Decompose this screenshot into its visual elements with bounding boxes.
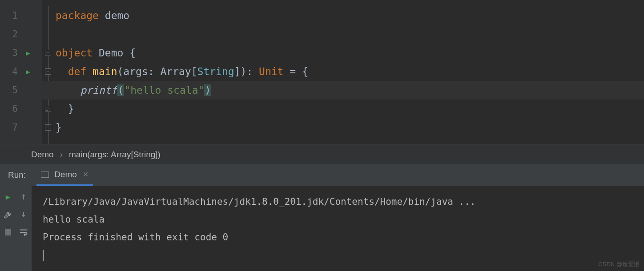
down-arrow-icon[interactable]: [19, 210, 28, 219]
indent: [56, 66, 68, 77]
console-line: Process finished with exit code 0: [43, 228, 633, 246]
watermark: CSDN @超爱慢: [598, 260, 640, 268]
fold-end-icon[interactable]: ⏌: [45, 124, 51, 131]
run-label: Run:: [8, 170, 26, 180]
rbracket: ]: [234, 66, 241, 77]
application-icon: [41, 171, 49, 178]
stop-icon[interactable]: [3, 227, 13, 237]
gutter: 1 2 3 ▶ 4 ▶ 5 6 7: [0, 0, 42, 144]
colon: :: [246, 66, 259, 77]
fold-end-icon[interactable]: ⏌: [45, 106, 51, 112]
code-line[interactable]: ⏌}: [42, 118, 644, 137]
code-line[interactable]: ⏌ }: [42, 100, 644, 118]
code-content[interactable]: package demo −object Demo { − def main(a…: [42, 0, 644, 144]
paren-highlight: ): [204, 84, 211, 96]
toolbar-col-left: ▶: [0, 186, 16, 271]
soft-wrap-icon[interactable]: [19, 227, 28, 237]
run-body: ▶ /Library/Java/JavaVirtualMachines/jd: [0, 186, 644, 271]
paren-highlight: (: [117, 84, 124, 96]
code-area: 1 2 3 ▶ 4 ▶ 5 6 7 pack: [0, 0, 644, 144]
fold-marker-icon[interactable]: −: [45, 50, 51, 56]
run-line-icon[interactable]: ▶: [26, 68, 30, 76]
run-toolbar: ▶: [0, 186, 32, 271]
identifier: demo: [99, 10, 129, 21]
run-tab-name: Demo: [54, 170, 77, 179]
type-array: Array: [160, 66, 191, 77]
breadcrumb: Demo › main(args: Array[String]): [0, 144, 644, 164]
console-line: hello scala: [43, 211, 633, 228]
wrench-icon[interactable]: [3, 210, 13, 219]
gutter-row[interactable]: 4 ▶: [0, 62, 42, 81]
run-panel: Run: Demo × ▶: [0, 164, 644, 271]
keyword-package: package: [56, 10, 99, 21]
breadcrumb-separator-icon: ›: [60, 150, 63, 159]
toolbar-col-right: [16, 186, 32, 271]
indent: [56, 103, 68, 115]
line-number: 7: [9, 122, 18, 133]
up-arrow-icon[interactable]: [19, 192, 28, 202]
line-number: 2: [9, 29, 18, 40]
gutter-row[interactable]: 7: [0, 118, 42, 137]
line-number: 1: [9, 10, 18, 21]
param: args:: [123, 66, 160, 77]
eq-brace: = {: [283, 66, 308, 77]
code-line[interactable]: −object Demo {: [42, 44, 644, 62]
breadcrumb-item[interactable]: main(args: Array[String]): [69, 150, 161, 159]
cursor-icon: [43, 250, 44, 261]
line-number: 5: [9, 85, 18, 96]
gutter-row[interactable]: 5: [0, 81, 42, 100]
string-literal: "hello scala": [124, 84, 204, 96]
console-output[interactable]: /Library/Java/JavaVirtualMachines/jdk1.8…: [32, 186, 644, 271]
code-line-active[interactable]: printf("hello scala"): [42, 81, 644, 100]
code-line[interactable]: package demo: [42, 6, 644, 25]
keyword-object: object: [56, 47, 93, 59]
run-tab[interactable]: Demo ×: [36, 164, 93, 186]
code-line[interactable]: [42, 25, 644, 44]
editor-area: 1 2 3 ▶ 4 ▶ 5 6 7 pack: [0, 0, 644, 164]
gutter-row[interactable]: 3 ▶: [0, 44, 42, 62]
function-call: printf: [80, 84, 117, 96]
method-name: main: [86, 66, 117, 77]
run-panel-header: Run: Demo ×: [0, 164, 644, 186]
line-number: 6: [9, 104, 18, 114]
line-number: 4: [9, 66, 18, 77]
line-number: 3: [9, 48, 18, 58]
indent: [56, 84, 80, 96]
lbracket: [: [191, 66, 197, 77]
gutter-row[interactable]: 6: [0, 100, 42, 118]
gutter-row[interactable]: 1: [0, 6, 42, 25]
gutter-row[interactable]: 2: [0, 25, 42, 44]
brace: }: [68, 103, 74, 115]
rerun-icon[interactable]: ▶: [3, 192, 13, 202]
run-line-icon[interactable]: ▶: [26, 49, 30, 57]
keyword-def: def: [68, 66, 87, 77]
breadcrumb-item[interactable]: Demo: [31, 150, 54, 159]
console-line: /Library/Java/JavaVirtualMachines/jdk1.8…: [43, 193, 633, 211]
brace: }: [56, 122, 62, 133]
code-line[interactable]: − def main(args: Array[String]): Unit = …: [42, 62, 644, 81]
fold-marker-icon[interactable]: −: [45, 68, 51, 75]
type-unit: Unit: [259, 66, 283, 77]
rparen: ): [241, 66, 247, 77]
type-string: String: [197, 66, 234, 77]
brace: {: [129, 47, 136, 59]
close-icon[interactable]: ×: [83, 169, 89, 179]
type-name: Demo: [93, 47, 129, 59]
console-cursor-line: [43, 246, 633, 264]
lparen: (: [117, 66, 124, 77]
